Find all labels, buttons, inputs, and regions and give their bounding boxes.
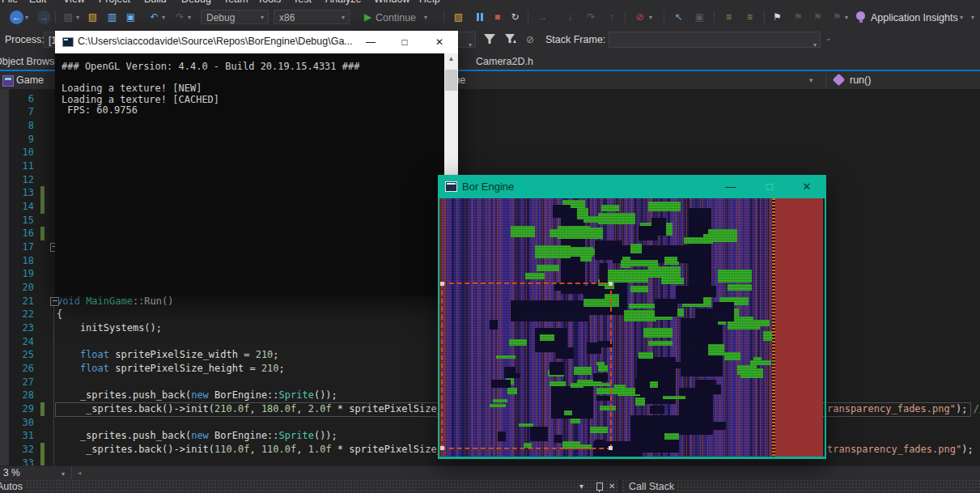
breakpoints-caret[interactable]: ▾ (649, 15, 655, 21)
close-button[interactable]: ✕ (423, 31, 456, 53)
minimize-button[interactable]: — (713, 175, 749, 198)
fold-collapse-box[interactable] (50, 297, 59, 306)
menu-item-window[interactable]: Window (374, 0, 409, 8)
new-file-icon[interactable]: ▤ (62, 11, 75, 24)
call-stack-panel-title[interactable]: Call Stack (626, 481, 677, 492)
debug-config-combo[interactable]: Debug▾ (201, 10, 269, 24)
bookmark-caret[interactable]: ▾ (845, 15, 851, 21)
tab-camera2d-h[interactable]: Camera2D.h (476, 53, 533, 70)
pin-icon[interactable] (596, 482, 603, 491)
maximize-button[interactable]: □ (752, 175, 787, 198)
step-over-icon[interactable]: ↷ (584, 11, 598, 24)
pointer-select-icon[interactable]: ↖ (672, 11, 685, 24)
close-icon[interactable]: ✕ (609, 482, 615, 491)
undo-icon[interactable]: ↶ (147, 11, 161, 24)
selection-handle[interactable] (609, 282, 613, 286)
visual-studio-window: FileEditViewProjectBuildDebugTeamToolsTe… (0, 0, 980, 493)
console-line: FPS: 60.9756 (62, 105, 444, 117)
line-number: 15 (0, 214, 34, 227)
nav-back-icon[interactable]: ← (10, 11, 23, 24)
autos-panel-title[interactable]: Autos (0, 481, 26, 492)
menu-item-team[interactable]: Team (223, 0, 248, 8)
toolbar-overflow-caret[interactable]: ▾ (971, 15, 978, 21)
menu-item-help[interactable]: Help (419, 0, 440, 8)
toolbar-separator (764, 11, 765, 23)
suppress-flag-icon[interactable]: ⊘ (526, 34, 534, 45)
menu-item-project[interactable]: Project (99, 0, 130, 8)
menu-item-view[interactable]: View (63, 0, 85, 8)
selection-handle[interactable] (609, 446, 613, 450)
disable-breakpoints-icon[interactable]: ⊘ (633, 11, 647, 24)
app-insights-bulb-icon[interactable] (856, 11, 865, 20)
menu-item-debug[interactable]: Debug (181, 0, 211, 8)
menu-item-test[interactable]: Test (293, 0, 312, 8)
menu-item-analyze[interactable]: Analyze (325, 0, 361, 8)
change-tracking-bar (40, 200, 45, 214)
show-next-statement-icon[interactable]: → (536, 11, 549, 24)
filter-funnel-icon[interactable] (484, 34, 495, 45)
open-folder-icon[interactable]: ▨ (86, 11, 100, 24)
minimize-button[interactable]: — (354, 31, 387, 53)
prev-bookmark-icon[interactable]: ⚑ (791, 11, 805, 24)
red-band (775, 198, 823, 457)
save-icon[interactable]: ▥ (105, 11, 119, 24)
window-position-caret-icon[interactable]: ▾ (579, 482, 583, 491)
new-file-caret[interactable]: ▾ (76, 15, 83, 21)
continue-play-icon[interactable]: ▶ (361, 11, 375, 24)
continue-caret[interactable]: ▾ (424, 15, 431, 21)
platform-combo[interactable]: x86▾ (274, 10, 350, 24)
menu-item-edit[interactable]: Edit (29, 0, 47, 8)
project-dropdown[interactable]: Game (16, 71, 44, 89)
member-dropdown[interactable]: run() (850, 71, 871, 89)
nav-back-caret[interactable]: ▾ (25, 15, 32, 21)
step-into-icon[interactable]: ↓ (563, 11, 577, 24)
nav-forward-icon[interactable]: → (37, 11, 51, 24)
increase-indent-icon[interactable]: ≡ (743, 11, 757, 24)
console-app-icon (62, 37, 74, 47)
app-insights-label[interactable]: Application Insights (871, 12, 958, 23)
change-tracking-bar (40, 443, 45, 457)
restart-icon[interactable]: ↻ (508, 11, 522, 24)
line-number: 29 (0, 402, 34, 416)
chevron-down-icon[interactable]: ▾ (809, 71, 813, 89)
change-tracking-bar (40, 227, 45, 240)
undo-caret[interactable]: ▾ (162, 15, 168, 21)
game-window: Bor Engine — □ ✕ (438, 175, 826, 459)
menu-item-tools[interactable]: Tools (257, 0, 281, 8)
close-button[interactable]: ✕ (789, 175, 825, 198)
save-all-icon[interactable]: ▣ (124, 11, 138, 24)
scrollbar-thumb[interactable] (445, 70, 457, 91)
maximize-button[interactable]: □ (388, 31, 421, 53)
hscroll-left-arrow[interactable]: ◂ (78, 469, 82, 477)
scroll-up-arrow[interactable]: ▲ (444, 55, 458, 62)
selection-handle[interactable] (440, 282, 444, 286)
menu-item-file[interactable]: File (2, 0, 18, 8)
process-label: Process: (5, 34, 45, 45)
redo-icon[interactable]: ↷ (173, 11, 187, 24)
clear-bookmarks-icon[interactable]: ⚑ (830, 11, 844, 24)
sprite-selection-rect (441, 283, 612, 449)
break-all-icon[interactable] (473, 11, 486, 24)
continue-label[interactable]: Continue (375, 12, 416, 23)
toggle-bookmark-icon[interactable]: ⚑ (770, 11, 784, 24)
copy-frame-icon[interactable]: ▣ (693, 11, 706, 24)
toolbar-overflow-icon[interactable]: ⌄ (825, 34, 832, 42)
step-out-icon[interactable]: ↑ (605, 11, 619, 24)
selection-handle[interactable] (440, 446, 444, 450)
filter-funnel-arrow-icon[interactable] (505, 34, 516, 45)
line-number: 6 (0, 92, 34, 106)
editor-zoom-combo[interactable]: 3 % ▾ (0, 466, 72, 480)
game-title-bar[interactable]: Bor Engine — □ ✕ (438, 175, 826, 198)
redo-caret[interactable]: ▾ (188, 15, 194, 21)
stack-frame-combo[interactable]: ▾ (609, 32, 821, 48)
tab-object-browser[interactable]: Object Browser (0, 53, 63, 70)
console-title-bar[interactable]: C:\Users\ciaccodavide\Source\Repos\BorEn… (55, 31, 458, 53)
stop-debug-icon[interactable]: ■ (490, 11, 504, 24)
change-tracking-bar (40, 402, 45, 416)
app-insights-caret[interactable]: ▾ (960, 15, 966, 21)
line-number: 25 (0, 348, 34, 362)
decrease-indent-icon[interactable]: ≡ (722, 11, 736, 24)
next-bookmark-icon[interactable]: ⚑ (811, 11, 825, 24)
attach-process-icon[interactable]: ▧ (452, 11, 465, 24)
menu-item-build[interactable]: Build (144, 0, 167, 8)
